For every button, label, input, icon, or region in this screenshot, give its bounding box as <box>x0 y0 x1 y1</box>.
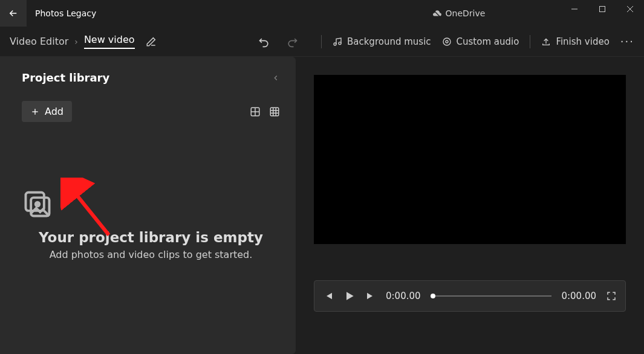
chevron-left-icon <box>272 74 280 82</box>
music-icon <box>333 37 342 47</box>
seek-slider[interactable] <box>431 295 552 297</box>
grid-2x2-icon <box>250 106 261 117</box>
collapse-library-button[interactable] <box>272 74 280 82</box>
export-icon <box>541 37 551 47</box>
grid-large-button[interactable] <box>250 106 261 117</box>
step-back-icon <box>323 291 334 301</box>
grid-small-button[interactable] <box>269 106 280 117</box>
time-current: 0:00.00 <box>386 291 421 301</box>
next-frame-button[interactable] <box>365 291 376 301</box>
step-forward-icon <box>365 291 376 301</box>
separator <box>321 35 322 48</box>
pencil-icon <box>146 36 157 47</box>
player-controls: 0:00.00 0:00.00 <box>314 280 626 312</box>
onedrive-indicator[interactable]: OneDrive <box>431 8 486 19</box>
svg-rect-2 <box>600 7 605 12</box>
custom-audio-button[interactable]: Custom audio <box>442 36 519 47</box>
svg-point-8 <box>446 40 448 43</box>
maximize-button[interactable] <box>588 0 616 18</box>
chevron-right-icon: › <box>74 37 78 47</box>
play-icon <box>343 290 356 302</box>
separator <box>530 35 530 48</box>
onedrive-label: OneDrive <box>446 8 486 18</box>
audio-icon <box>442 37 452 47</box>
preview-panel: 0:00.00 0:00.00 <box>296 57 644 354</box>
add-button[interactable]: Add <box>22 101 72 122</box>
back-button[interactable] <box>0 0 27 27</box>
background-music-label: Background music <box>347 36 431 47</box>
finish-video-button[interactable]: Finish video <box>541 36 609 47</box>
breadcrumb-root[interactable]: Video Editor <box>10 36 68 47</box>
edit-title-button[interactable] <box>146 36 157 47</box>
svg-point-7 <box>443 38 450 45</box>
fullscreen-icon <box>606 291 617 301</box>
finish-video-label: Finish video <box>556 36 609 47</box>
svg-point-6 <box>339 42 341 44</box>
time-total: 0:00.00 <box>561 291 596 301</box>
background-music-button[interactable]: Background music <box>333 36 431 47</box>
fullscreen-button[interactable] <box>606 291 617 301</box>
title-bar: Photos Legacy OneDrive <box>0 0 644 27</box>
window-controls <box>561 0 644 18</box>
add-button-label: Add <box>45 106 63 117</box>
undo-icon <box>258 36 270 48</box>
prev-frame-button[interactable] <box>323 291 334 301</box>
empty-state: Your project library is empty Add photos… <box>22 188 280 260</box>
svg-point-5 <box>334 43 336 45</box>
redo-button[interactable] <box>281 31 303 53</box>
cloud-off-icon <box>431 8 442 19</box>
svg-point-19 <box>36 202 40 207</box>
video-preview[interactable] <box>314 75 626 244</box>
empty-title: Your project library is empty <box>22 230 280 245</box>
breadcrumb-current[interactable]: New video <box>84 34 135 49</box>
minimize-button[interactable] <box>561 0 588 18</box>
close-button[interactable] <box>616 0 644 18</box>
content-area: Project library Add <box>0 57 644 354</box>
toolbar: Video Editor › New video Background musi… <box>0 27 644 57</box>
undo-button[interactable] <box>253 31 275 53</box>
plus-icon <box>30 107 40 117</box>
library-title: Project library <box>22 71 109 84</box>
play-button[interactable] <box>343 290 356 302</box>
empty-subtitle: Add photos and video clips to get starte… <box>22 249 280 260</box>
svg-rect-12 <box>270 108 279 116</box>
grid-3x3-icon <box>269 106 280 117</box>
app-title: Photos Legacy <box>35 8 96 18</box>
redo-icon <box>286 36 298 48</box>
more-button[interactable]: ··· <box>620 35 634 48</box>
project-library-panel: Project library Add <box>0 57 296 354</box>
photo-stack-icon <box>22 188 53 220</box>
arrow-left-icon <box>8 8 19 19</box>
custom-audio-label: Custom audio <box>457 36 519 47</box>
